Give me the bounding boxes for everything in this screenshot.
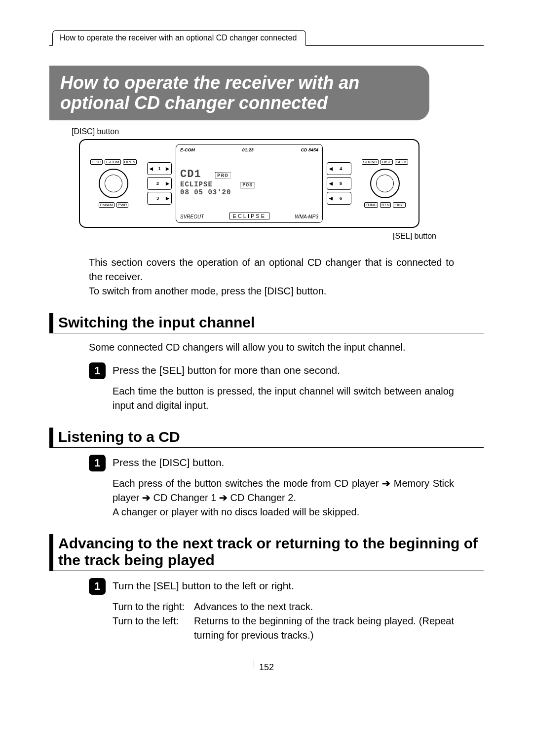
heading-switching: Switching the input channel	[49, 313, 484, 333]
stereo-illustration: DISC E-COM OPEN FM/AM PWR ◀1▶ 2▶ 3▶ E-CO…	[79, 139, 484, 228]
turn-left-label: Turn to the left:	[113, 614, 194, 643]
btn-fast: FAST	[393, 202, 406, 208]
preset-5: ◀5	[327, 177, 351, 190]
lcd-model: CD 8454	[301, 147, 318, 152]
turn-right-label: Turn to the right:	[113, 600, 194, 614]
lcd-svreout: SVREOUT	[180, 214, 204, 219]
advance-step-1: 1 Turn the [SEL] button to the left or r…	[89, 578, 454, 595]
lcd-wma-mp3: WMA·MP3	[295, 214, 318, 219]
switch-step-1-title: Press the [SEL] button for more than one…	[113, 362, 340, 376]
lcd-clock: 01:23	[242, 147, 254, 152]
preset-4: ◀4	[327, 162, 351, 175]
lcd-eclipse-brand: ECLIPSE	[229, 213, 269, 219]
step-number-icon: 1	[89, 455, 106, 471]
step-number-icon: 1	[89, 362, 106, 379]
btn-ecom: E-COM	[105, 159, 121, 165]
turn-right-value: Advances to the next track.	[194, 600, 454, 614]
btn-fm-am: FM/AM	[99, 202, 114, 208]
btn-open: OPEN	[123, 159, 137, 165]
btn-disp: DISP	[381, 159, 393, 165]
callout-disc-button: [DISC] button	[72, 127, 484, 136]
btn-disc: DISC	[90, 159, 103, 165]
btn-func: FUNC	[364, 202, 378, 208]
switch-lead: Some connected CD changers will allow yo…	[89, 340, 454, 355]
lcd-track-line: 08 05 03'20	[180, 188, 318, 196]
intro-p1: This section covers the operation of an …	[89, 255, 454, 284]
btn-rtn: RTN	[380, 202, 391, 208]
listen-step-1-body: Each press of the button switches the mo…	[113, 476, 454, 519]
listen-step-1: 1 Press the [DISC] button.	[89, 455, 454, 471]
switch-step-1: 1 Press the [SEL] button for more than o…	[89, 362, 454, 379]
btn-sound: SOUND	[362, 159, 379, 165]
stereo-lcd: E-COM 01:23 CD 8454 CD1 PRO ECLIPSE POS …	[176, 144, 323, 223]
btn-seek: SEEK	[395, 159, 408, 165]
advance-definitions: Turn to the right: Advances to the next …	[113, 600, 454, 643]
page-number: 152	[49, 662, 484, 673]
preset-3: 3▶	[147, 192, 172, 205]
preset-2: 2▶	[147, 177, 172, 190]
switch-step-1-body: Each time the button is pressed, the inp…	[113, 384, 454, 413]
preset-1: ◀1▶	[147, 162, 172, 175]
lcd-disc: CD1	[180, 168, 201, 180]
arrow-icon: ➔	[142, 492, 151, 503]
header-tab-bar: How to operate the receiver with an opti…	[49, 30, 484, 46]
preset-6: ◀6	[327, 192, 351, 205]
intro-p2: To switch from another mode, press the […	[89, 284, 454, 298]
step-number-icon: 1	[89, 578, 106, 595]
listen-step-1-title: Press the [DISC] button.	[113, 455, 224, 468]
arrow-icon: ➔	[382, 478, 390, 489]
heading-listening: Listening to a CD	[49, 428, 484, 448]
lcd-pro-tag: PRO	[215, 172, 230, 179]
heading-advancing: Advancing to the next track or returning…	[49, 534, 484, 571]
btn-pwr: PWR	[116, 202, 129, 208]
sel-knob	[370, 169, 400, 198]
lcd-brand: E-COM	[180, 147, 195, 152]
advance-step-1-title: Turn the [SEL] button to the left or rig…	[113, 578, 294, 592]
lcd-pos-tag: POS	[240, 182, 255, 188]
lcd-artist: ECLIPSE	[180, 180, 213, 188]
volume-knob	[99, 169, 128, 198]
page-title: How to operate the receiver with an opti…	[49, 66, 429, 120]
arrow-icon: ➔	[219, 492, 228, 503]
turn-left-value: Returns to the beginning of the track be…	[194, 614, 454, 643]
header-tab: How to operate the receiver with an opti…	[52, 30, 306, 46]
callout-sel-button: [SEL] button	[49, 232, 436, 241]
